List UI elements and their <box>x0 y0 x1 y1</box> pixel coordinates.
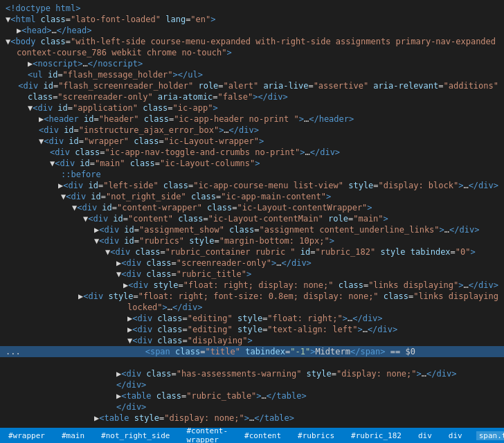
collapse-icon[interactable]: ▶ <box>94 224 99 235</box>
status-rubric-182[interactable]: #rubric_182 <box>348 431 404 440</box>
code-line-10: ▼ <div id = "application" class = "ic-ap… <box>0 102 504 114</box>
code-line-21: ▶ <div id = "assignment_show" class = "a… <box>0 224 504 235</box>
code-line-35: </div> <box>0 379 504 390</box>
collapse-icon[interactable]: ▶ <box>116 390 121 401</box>
code-line-6: ▶ <noscript> … </noscript> <box>0 58 504 69</box>
code-line-16: ::before <box>0 169 504 180</box>
code-line-22: ▼ <div id = "rubrics" style = "margin-bo… <box>0 235 504 246</box>
status-div-2[interactable]: div <box>446 431 465 440</box>
expand-icon[interactable]: ▼ <box>39 136 44 147</box>
code-line-38: ▶ <table style = "display: none;" > … </… <box>0 413 504 424</box>
status-main[interactable]: #main <box>59 431 87 440</box>
status-rubrics[interactable]: #rubrics <box>295 431 337 440</box>
collapse-icon[interactable]: ▶ <box>58 180 63 191</box>
status-content[interactable]: #content <box>242 431 284 440</box>
code-line-31: ▼ <div class = "displaying" > <box>0 335 504 346</box>
code-line-25: ▼ <div class = "rubric_title" > <box>0 269 504 280</box>
status-div-1[interactable]: div <box>415 431 435 440</box>
code-line-5: context-course_786 webkit chrome no-touc… <box>0 47 504 58</box>
collapse-icon[interactable]: ▶ <box>78 291 83 302</box>
code-line-1: <!doctype html> <box>0 3 504 14</box>
expand-icon[interactable]: ▼ <box>127 335 132 346</box>
expand-icon[interactable]: ▼ <box>83 213 88 224</box>
expand-icon[interactable]: ▼ <box>28 102 33 114</box>
expand-icon[interactable]: ▼ <box>6 36 10 47</box>
collapse-icon[interactable]: ▶ <box>116 257 121 269</box>
code-line-14: <div class = "ic-app-nav-toggle-and-crum… <box>0 147 504 158</box>
tag-html: <html <box>10 14 35 25</box>
code-viewer: <!doctype html> ▼ <html class = "lato-fo… <box>0 0 504 428</box>
code-line-33 <box>0 357 504 368</box>
status-content-wrapper[interactable]: #content-wrapper <box>183 426 231 443</box>
code-line-2: ▼ <html class = "lato-font-loaded" lang … <box>0 14 504 25</box>
status-not-right-side[interactable]: #not_right_side <box>98 431 172 440</box>
collapse-icon[interactable]: ▶ <box>94 413 99 424</box>
code-line-27: ▶ <div style = "float: right; font-size:… <box>0 291 504 302</box>
expand-icon[interactable]: ▼ <box>105 246 110 257</box>
code-line-26: ▶ <div style = "float: right; display: n… <box>0 280 504 291</box>
expand-icon[interactable]: ▼ <box>6 14 10 25</box>
code-line-7: <ul id = "flash_message_holder" ></ul> <box>0 69 504 80</box>
code-line-12: <div id = "instructure_ajax_error_box" >… <box>0 125 504 136</box>
code-line-34: ▶ <div class = "has-assessments-warning"… <box>0 368 504 379</box>
code-line-32-highlighted: ... <span class = "title" tabindex = "-1… <box>0 346 504 357</box>
code-line-23: ▼ <div class = "rubric_container rubric … <box>0 246 504 257</box>
code-line-11: ▶ <header id = "header" class = "ic-app-… <box>0 114 504 125</box>
expand-icon[interactable]: ▼ <box>72 202 77 213</box>
code-line-37: </div> <box>0 401 504 413</box>
code-line-8: <div id = "flash_screenreader_holder" ro… <box>0 80 504 91</box>
collapse-icon[interactable]: ▶ <box>39 114 44 125</box>
code-line-19: ▼ <div id = "content-wrapper" class = "i… <box>0 202 504 213</box>
code-line-24: ▶ <div class = "screenreader-only" > … <… <box>0 257 504 269</box>
status-wrapper[interactable]: #wrapper <box>6 431 48 440</box>
code-line-29: ▶ <div class = "editing" style = "float:… <box>0 313 504 324</box>
expand-icon[interactable]: ▼ <box>61 191 66 202</box>
collapse-icon[interactable]: ▶ <box>17 25 21 36</box>
code-line-15: ▼ <div id = "main" class = "ic-Layout-co… <box>0 158 504 169</box>
expand-icon[interactable]: ▼ <box>116 269 121 280</box>
code-line-4: ▼ <body class = "with-left-side course-m… <box>0 36 504 47</box>
status-bar: #wrapper #main #not_right_side #content-… <box>0 428 504 443</box>
doctype-text: <!doctype html> <box>6 3 80 14</box>
code-line-28: locked" > … </div> <box>0 302 504 313</box>
collapse-icon[interactable]: ▶ <box>127 313 132 324</box>
code-line-20: ▼ <div id = "content" class = "ic-Layout… <box>0 213 504 224</box>
expand-icon[interactable]: ▼ <box>50 158 55 169</box>
collapse-icon[interactable]: ▶ <box>116 368 121 379</box>
code-line-13: ▼ <div id = "wrapper" class = "ic-Layout… <box>0 136 504 147</box>
code-line-36: ▶ <table class = "rubric_table" > … </ta… <box>0 390 504 401</box>
expand-icon[interactable]: ▼ <box>94 235 99 246</box>
code-line-3: ▶ <head> … </head> <box>0 25 504 36</box>
code-line-17: ▶ <div id = "left-side" class = "ic-app-… <box>0 180 504 191</box>
status-span-title[interactable]: span.title <box>476 431 504 440</box>
highlight-dots: ... <box>6 346 21 357</box>
collapse-icon[interactable]: ▶ <box>127 324 132 335</box>
collapse-icon[interactable]: ▶ <box>123 280 128 291</box>
code-line-18: ▼ <div id = "not_right_side" class = "ic… <box>0 191 504 202</box>
collapse-icon[interactable]: ▶ <box>28 58 33 69</box>
code-line-9: class = "screenreader-only" aria-atomic … <box>0 91 504 102</box>
code-line-30: ▶ <div class = "editing" style = "text-a… <box>0 324 504 335</box>
